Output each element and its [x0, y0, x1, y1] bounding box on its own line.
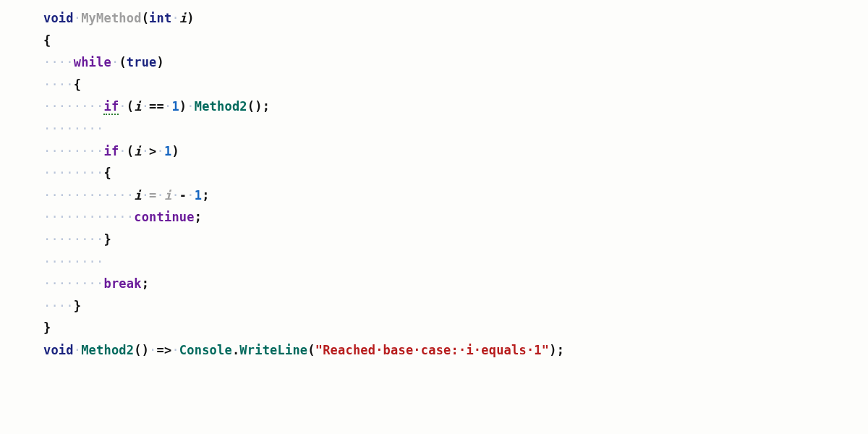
indent-dots: ········ — [43, 255, 103, 269]
whitespace-dot: · — [149, 343, 156, 357]
brace-close: } — [103, 232, 111, 247]
operator-assign: = — [149, 188, 156, 203]
operator-arrow: => — [157, 343, 172, 357]
variable-i: i — [164, 188, 171, 203]
whitespace-dot: · — [142, 188, 149, 203]
indent-dots: ········ — [43, 99, 103, 114]
indent-dots: ···· — [43, 55, 74, 69]
semicolon: ; — [202, 188, 209, 203]
code-line: void·MyMethod(int·i) — [43, 7, 868, 30]
code-line: ········{ — [43, 162, 868, 184]
keyword-break: break — [103, 276, 141, 291]
brace-open: { — [103, 166, 111, 180]
paren-close: ) — [157, 55, 164, 69]
whitespace-dot: · — [142, 144, 149, 158]
method-writeline: WriteLine — [239, 343, 307, 357]
code-line: ········break; — [43, 273, 868, 295]
code-line: ········} — [43, 229, 868, 251]
paren-close: ) — [171, 144, 179, 158]
keyword-true: true — [127, 55, 157, 69]
variable-i: i — [134, 144, 141, 158]
whitespace-dot: · — [187, 99, 194, 114]
code-line: ············continue; — [43, 206, 868, 229]
class-console: Console — [179, 343, 232, 357]
keyword-while: while — [74, 55, 111, 69]
keyword-if: if — [103, 144, 119, 158]
operator-minus: - — [179, 188, 187, 203]
code-line: } — [43, 317, 868, 339]
string-literal: "Reached·base·case:·i·equals·1" — [315, 343, 549, 357]
whitespace-dot: · — [171, 188, 179, 203]
code-line: ····} — [43, 295, 868, 318]
variable-i: i — [179, 11, 187, 25]
paren-close: ) — [255, 99, 262, 114]
paren-close: ) — [549, 343, 556, 357]
code-line: ········ — [43, 118, 868, 140]
indent-dots: ············ — [43, 210, 134, 224]
keyword-if: if — [103, 99, 119, 115]
indent-dots: ········ — [43, 144, 103, 158]
semicolon: ; — [263, 99, 270, 114]
paren-close: ) — [142, 343, 149, 357]
whitespace-dot: · — [187, 188, 194, 203]
code-line: { — [43, 30, 868, 52]
indent-dots: ········ — [43, 122, 103, 136]
code-line: ········if·(i·>·1) — [43, 140, 868, 163]
whitespace-dot: · — [171, 11, 179, 25]
whitespace-dot: · — [111, 55, 119, 69]
whitespace-dot: · — [164, 99, 171, 114]
paren-open: ( — [134, 343, 141, 357]
semicolon: ; — [142, 276, 149, 291]
brace-open: { — [74, 77, 81, 92]
variable-i: i — [134, 99, 141, 114]
whitespace-dot: · — [142, 99, 149, 114]
indent-dots: ········ — [43, 276, 103, 291]
brace-close: } — [43, 320, 51, 335]
code-line: ········if·(i·==·1)·Method2(); — [43, 95, 868, 118]
paren-close: ) — [179, 99, 187, 114]
whitespace-dot: · — [157, 144, 164, 158]
code-editor[interactable]: void·MyMethod(int·i) { ····while·(true) … — [0, 0, 868, 369]
number-one: 1 — [195, 188, 202, 203]
operator-eqeq: == — [149, 99, 164, 114]
variable-i: i — [134, 188, 141, 203]
method-method2: Method2 — [81, 343, 134, 357]
brace-close: } — [74, 299, 81, 313]
paren-open: ( — [127, 99, 134, 114]
code-line: ····{ — [43, 74, 868, 96]
whitespace-dot: · — [157, 188, 164, 203]
code-line: ····while·(true) — [43, 51, 868, 74]
semicolon: ; — [557, 343, 564, 357]
indent-dots: ···· — [43, 299, 74, 313]
indent-dots: ········ — [43, 166, 103, 180]
indent-dots: ············ — [43, 188, 134, 203]
whitespace-dot: · — [171, 343, 179, 357]
paren-open: ( — [307, 343, 315, 357]
paren-open: ( — [142, 11, 149, 25]
paren-close: ) — [187, 11, 194, 25]
keyword-void: void — [43, 343, 74, 357]
whitespace-dot: · — [74, 11, 81, 25]
method-method2: Method2 — [195, 99, 247, 114]
code-line: ············i·=·i·-·1; — [43, 184, 868, 207]
indent-dots: ········ — [43, 232, 103, 247]
brace-open: { — [43, 33, 51, 48]
whitespace-dot: · — [119, 144, 126, 158]
keyword-continue: continue — [134, 210, 194, 224]
code-line: void·Method2()·=>·Console.WriteLine("Rea… — [43, 339, 868, 362]
keyword-void: void — [43, 11, 74, 25]
whitespace-dot: · — [74, 343, 81, 357]
number-one: 1 — [164, 144, 171, 158]
semicolon: ; — [195, 210, 202, 224]
number-one: 1 — [171, 99, 179, 114]
keyword-int: int — [149, 11, 171, 25]
indent-dots: ···· — [43, 77, 74, 92]
paren-open: ( — [247, 99, 255, 114]
whitespace-dot: · — [119, 99, 126, 114]
dot: . — [232, 343, 239, 357]
code-line: ········ — [43, 251, 868, 273]
method-name: MyMethod — [81, 11, 141, 25]
paren-open: ( — [119, 55, 126, 69]
operator-gt: > — [149, 144, 156, 158]
paren-open: ( — [127, 144, 134, 158]
